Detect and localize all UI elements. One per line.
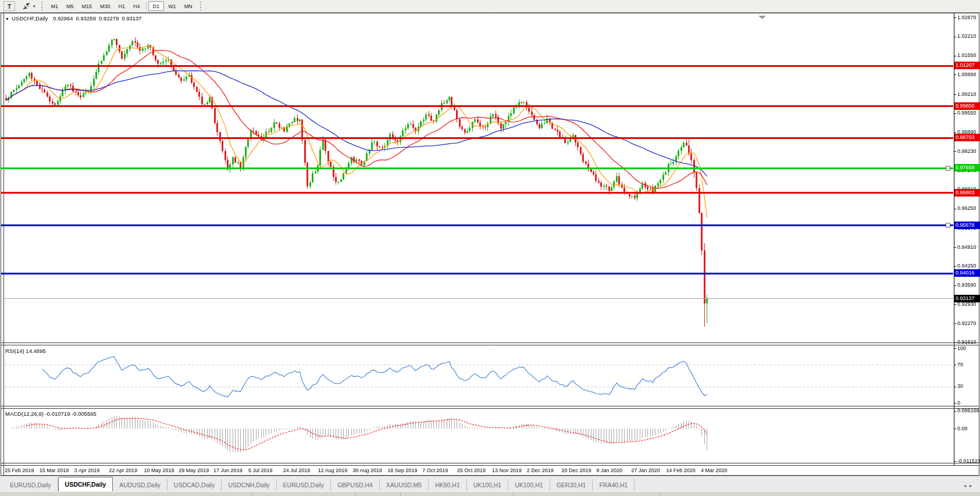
- macd-label: MACD(12,26,9) -0.010719 -0.005565: [5, 411, 97, 417]
- price-tick-label: 1.00210: [957, 91, 977, 97]
- price-tick-label: 1.01550: [957, 52, 977, 58]
- date-label: 18 Sep 2019: [387, 468, 417, 473]
- chart-tab-eurusd-daily[interactable]: EURUSD,Daily: [277, 479, 332, 491]
- timeframe-button-m30[interactable]: M30: [96, 1, 115, 11]
- date-label: 25 Feb 2019: [5, 468, 34, 473]
- timeframe-button-m5[interactable]: M5: [62, 1, 78, 11]
- toolbar-grip-2: [200, 2, 202, 10]
- date-label: 10 May 2019: [144, 468, 174, 473]
- chart-tab-xauusd-m5[interactable]: XAUUSD,M5: [380, 479, 429, 491]
- date-label: 30 Aug 2019: [353, 468, 383, 473]
- chart-tab-bar: EURUSD,DailyUSDCHF,DailyAUDUSD,DailyUSDC…: [0, 476, 980, 492]
- price-tick-label: 0.96250: [957, 205, 977, 211]
- chart-tab-eurusd-daily[interactable]: EURUSD,Daily: [3, 479, 58, 491]
- date-label: 5 Jul 2019: [248, 468, 273, 473]
- date-label: 2 Dec 2019: [527, 468, 554, 473]
- price-line-label: 0.97658: [954, 164, 980, 172]
- toolbar-grip: [41, 2, 44, 10]
- chart-tab-uk100-h1[interactable]: UK100,H1: [467, 479, 508, 491]
- toolbar-divider: [146, 2, 147, 10]
- timeframe-button-d1[interactable]: D1: [148, 1, 165, 11]
- macd-tick-label: 0.00: [957, 426, 968, 431]
- price-line-label: 0.95678: [954, 222, 980, 229]
- price-tick-label: 0.93590: [957, 282, 977, 288]
- price-tick-label: 1.02870: [957, 15, 977, 20]
- current-price-label: 0.93137: [954, 295, 980, 302]
- date-label: 15 Mar 2019: [40, 468, 69, 473]
- date-label: 22 Apr 2019: [109, 468, 138, 473]
- mt4-app: T ▾ M1M5M15M30H1H4D1W1MN ▼USDCHF,Daily0.…: [0, 0, 980, 496]
- timeframe-button-m15[interactable]: M15: [78, 1, 97, 11]
- chart-tab-audusd-daily[interactable]: AUDUSD,Daily: [113, 479, 168, 491]
- macd-tick-label: 0.006166: [957, 408, 979, 413]
- tab-scroll-arrows[interactable]: ◂▸: [964, 483, 975, 488]
- ohlc-low: 0.92279: [99, 15, 119, 22]
- date-label: 7 Oct 2019: [422, 468, 448, 473]
- date-label: 29 May 2019: [179, 468, 209, 473]
- date-label: 25 Oct 2019: [457, 468, 486, 473]
- ohlc-close: 0.93137: [122, 15, 141, 22]
- price-tick-label: 1.02210: [957, 33, 977, 39]
- chart-tab-usdchf-daily[interactable]: USDCHF,Daily: [58, 477, 113, 492]
- arrange-tool-button[interactable]: ▾: [20, 1, 38, 11]
- dropdown-caret-icon: ▾: [33, 4, 35, 9]
- date-label: 8 Jan 2020: [596, 468, 622, 473]
- macd-tick-label: -0.011523: [957, 458, 980, 464]
- text-tool-button[interactable]: T: [3, 1, 15, 11]
- price-line-label: 0.94016: [954, 269, 980, 277]
- price-tick-label: 0.91610: [957, 339, 977, 345]
- price-tick-label: 1.00890: [957, 72, 977, 77]
- date-label: 27 Jan 2020: [631, 468, 660, 473]
- date-label: 12 Aug 2019: [318, 468, 348, 473]
- timeframe-group: M1M5M15M30H1H4D1W1MN: [47, 1, 197, 11]
- timeframe-button-mn[interactable]: MN: [180, 1, 197, 11]
- rsi-tick-label: 70: [957, 362, 963, 367]
- chart-tab-ger30-h1[interactable]: GER30,H1: [550, 479, 593, 491]
- price-line-label: 0.98703: [954, 134, 980, 141]
- chart-tab-uk100-h1[interactable]: UK100,H1: [508, 479, 550, 491]
- timeframe-button-h1[interactable]: H1: [115, 1, 130, 11]
- rsi-tick-label: 100: [957, 345, 966, 351]
- chart-tab-gbpusd-h4[interactable]: GBPUSD,H4: [331, 479, 380, 491]
- price-tick-label: 0.99550: [957, 110, 977, 116]
- rsi-tick-label: 0: [957, 400, 960, 406]
- price-tick-label: 0.92270: [957, 320, 977, 326]
- collapse-icon[interactable]: ▼: [5, 17, 9, 21]
- top-toolbar: T ▾ M1M5M15M30H1H4D1W1MN: [0, 0, 980, 13]
- chart-tab-hk50-h1[interactable]: HK50,H1: [429, 479, 467, 491]
- chart-tab-usdcad-daily[interactable]: USDCAD,Daily: [168, 479, 222, 491]
- ohlc-high: 0.93258: [76, 15, 96, 22]
- date-label: 17 Jun 2019: [213, 468, 243, 473]
- price-line-label: 1.01207: [954, 62, 980, 69]
- symbol-period: USDCHF,Daily: [12, 15, 48, 22]
- price-tick-label: 0.94250: [957, 263, 977, 269]
- chart-tab-fra40-h1[interactable]: FRA40,H1: [593, 479, 635, 491]
- date-label: 20 Dec 2019: [562, 468, 591, 473]
- date-label: 24 Jul 2019: [283, 468, 311, 473]
- price-chart-canvas[interactable]: [0, 0, 980, 496]
- chart-tab-usdcnh-daily[interactable]: USDCNH,Daily: [222, 479, 276, 491]
- date-label: 13 Nov 2019: [492, 468, 522, 473]
- date-label: 3 Apr 2019: [74, 468, 100, 473]
- arrange-icon: [22, 2, 31, 10]
- date-label: 4 Mar 2020: [701, 468, 728, 473]
- chart-title[interactable]: ▼USDCHF,Daily0.929640.932580.922790.9313…: [5, 15, 145, 22]
- timeframe-button-w1[interactable]: W1: [164, 1, 180, 11]
- price-line-label: 0.99800: [954, 102, 980, 110]
- bottom-status-strip: [0, 491, 980, 496]
- rsi-tick-label: 30: [957, 383, 963, 389]
- price-line-label: 0.96803: [954, 189, 980, 197]
- price-tick-label: 0.98230: [957, 148, 977, 154]
- ohlc-open: 0.92964: [53, 15, 73, 22]
- date-label: 14 Feb 2020: [666, 468, 696, 473]
- price-tick-label: 0.94910: [957, 244, 977, 250]
- timeframe-button-h4[interactable]: H4: [129, 1, 144, 11]
- rsi-label: RSI(14) 14.4895: [5, 348, 46, 354]
- timeframe-button-m1[interactable]: M1: [47, 1, 63, 11]
